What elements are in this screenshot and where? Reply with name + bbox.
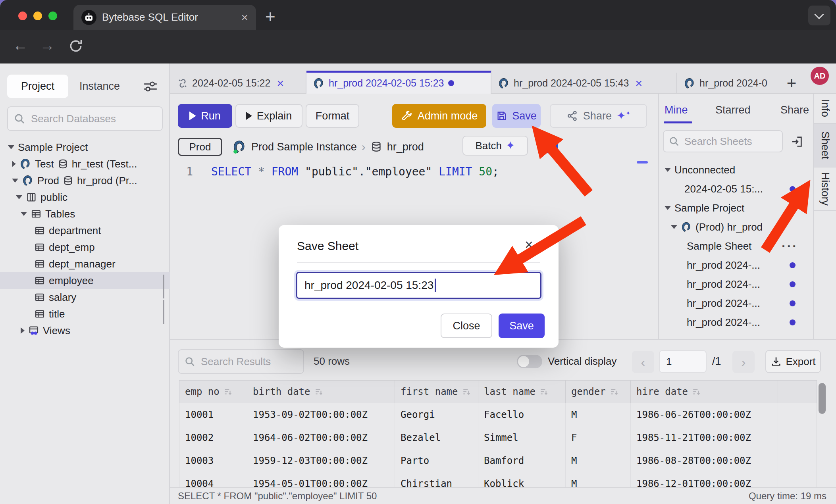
back-button[interactable]: ← [13,38,28,53]
sort-icon[interactable] [692,387,701,396]
tab-starred[interactable]: Starred [715,104,751,116]
tree-item-table-salary[interactable]: salary [0,289,170,306]
column-header[interactable]: hire_date [631,381,778,403]
reload-button[interactable] [68,38,83,54]
database-search-input[interactable] [30,112,156,125]
sheet-item-sample-sheet[interactable]: Sample Sheet ··· [659,237,814,256]
tab-search-button[interactable] [808,6,830,25]
close-tab-icon[interactable]: × [277,77,284,90]
sort-icon[interactable] [223,387,232,396]
dialog-save-button[interactable]: Save [499,314,545,338]
sheet-search-input[interactable] [684,135,777,148]
caret-down-icon[interactable] [671,225,677,229]
tab-info[interactable]: Info [814,94,836,124]
page-number-input[interactable]: 1 [659,350,707,373]
column-header[interactable]: birth_date [247,381,395,403]
table-scrollbar-thumb[interactable] [819,383,826,414]
sort-icon[interactable] [462,387,471,396]
sort-icon[interactable] [314,387,323,396]
dialog-close-icon[interactable]: × [525,238,533,252]
browser-tab-close-icon[interactable]: × [241,12,248,23]
next-page-button[interactable]: › [732,351,755,373]
caret-down-icon[interactable] [16,195,22,199]
sheet-group-unconnected[interactable]: Unconnected [659,160,814,179]
sort-icon[interactable] [539,387,548,396]
browser-tab[interactable]: Bytebase SQL Editor × [73,5,256,30]
tab-project[interactable]: Project [7,75,68,98]
tab-sheet[interactable]: Sheet [814,124,836,167]
explain-button[interactable]: Explain [235,104,302,128]
editor-tab-3[interactable]: hr_prod 2024-0 [677,73,779,94]
column-header[interactable]: emp_no [179,381,247,403]
tree-item-hr-prod[interactable]: Prod hr_prod (Pr... [0,172,170,189]
macos-zoom-button[interactable] [48,12,57,20]
tree-group-tables[interactable]: Tables [0,206,170,222]
database-search[interactable] [7,106,163,131]
tree-item-table-department[interactable]: department [0,222,170,239]
environment-badge[interactable]: Prod [178,138,222,156]
new-sheet-tab-button[interactable]: + [784,73,799,94]
vertical-display-toggle[interactable] [517,355,542,368]
admin-mode-button[interactable]: Admin mode [392,104,486,128]
batch-button[interactable]: Batch ✦ [462,136,528,156]
caret-down-icon[interactable] [665,168,671,172]
macos-minimize-button[interactable] [33,12,42,20]
tree-item-table-title[interactable]: title [0,306,170,322]
sort-icon[interactable] [610,387,618,396]
column-header[interactable]: last_name [478,381,566,403]
sheet-item[interactable]: 2024-02-05 15:... [659,179,814,198]
column-header[interactable]: gender [566,381,631,403]
user-avatar[interactable]: AD [811,67,829,85]
sheet-group-sample-project[interactable]: Sample Project [659,198,814,217]
results-search-input[interactable] [200,355,298,368]
sql-editor[interactable]: 1 SELECT * FROM "public"."employee" LIMI… [170,164,499,179]
tab-history[interactable]: History [814,167,836,211]
sheet-name-input[interactable]: hr_prod 2024-02-05 15:23 [296,272,541,299]
tab-mine[interactable]: Mine [665,104,688,116]
new-tab-button[interactable]: + [265,7,275,27]
sidebar-resize-handle[interactable] [163,275,168,298]
database-name[interactable]: hr_prod [387,141,424,153]
caret-down-icon[interactable] [665,206,671,210]
sheet-group-connection[interactable]: (Prod) hr_prod [659,217,814,237]
tree-item-table-dept-manager[interactable]: dept_manager [0,256,170,272]
table-row[interactable]: 10001 1953-09-02T00:00:00Z Georgi Facell… [179,403,817,426]
tab-instance[interactable]: Instance [79,75,120,98]
caret-right-icon[interactable] [21,327,25,334]
tree-group-views[interactable]: Views [0,322,170,339]
sheet-search[interactable] [663,130,783,152]
share-button[interactable]: Share ✦✦ [550,104,647,128]
prev-page-button[interactable]: ‹ [632,351,654,373]
forward-button[interactable]: → [40,38,55,53]
caret-down-icon[interactable] [21,212,27,216]
table-row[interactable]: 10004 1954-05-01T00:00:00Z Chirstian Kob… [179,472,817,487]
caret-right-icon[interactable] [12,161,16,167]
run-button[interactable]: Run [178,104,232,128]
table-row[interactable]: 10003 1959-12-03T00:00:00Z Parto Bamford… [179,449,817,472]
sheet-item[interactable]: hr_prod 2024-... [659,275,814,294]
dialog-close-button[interactable]: Close [441,314,492,338]
column-header[interactable]: first_name [395,381,478,403]
import-sheet-icon[interactable] [790,135,803,148]
tree-item-schema-public[interactable]: public [0,189,170,206]
export-button[interactable]: Export [765,350,821,373]
format-button[interactable]: Format [306,104,359,128]
instance-name[interactable]: Prod Sample Instance [251,141,357,153]
filter-settings-icon[interactable] [143,80,158,93]
sheet-item[interactable]: hr_prod 2024-... [659,294,814,313]
editor-tab-active[interactable]: hr_prod 2024-02-05 15:23 [306,71,491,94]
close-tab-icon[interactable]: × [636,77,643,90]
caret-down-icon[interactable] [12,179,18,183]
tree-item-table-employee[interactable]: employee [0,272,170,289]
caret-down-icon[interactable] [8,145,14,149]
editor-tab-unconnected[interactable]: 2024-02-05 15:22 × [171,73,306,94]
results-search[interactable] [178,349,304,374]
table-row[interactable]: 10002 1964-06-02T00:00:00Z Bezalel Simme… [179,426,817,449]
tab-share[interactable]: Share [780,104,809,116]
tree-item-sample-project[interactable]: Sample Project [0,139,170,156]
save-button[interactable]: Save [492,104,541,128]
sheet-item[interactable]: hr_prod 2024-... [659,313,814,332]
sheet-item[interactable]: hr_prod 2024-... [659,256,814,275]
more-options-icon[interactable]: ··· [782,239,798,254]
macos-close-button[interactable] [18,12,27,20]
